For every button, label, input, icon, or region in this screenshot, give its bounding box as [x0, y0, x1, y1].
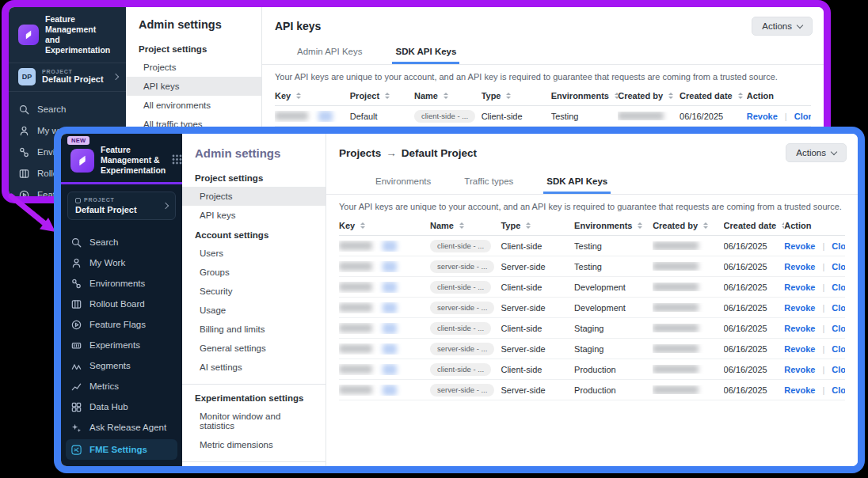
sidebar-item-my-work[interactable]: My Work	[61, 252, 182, 273]
admin-nav-item[interactable]: API keys	[182, 206, 326, 225]
clone-link[interactable]: Clone	[832, 365, 845, 374]
admin-nav-item[interactable]: Groups	[182, 263, 326, 282]
key-name-pill[interactable]: server-side - ...	[430, 260, 494, 273]
column-header-name[interactable]: Name	[430, 221, 501, 230]
column-header-created-by[interactable]: Created by	[653, 221, 723, 230]
key-name-pill[interactable]: client-side - ...	[430, 363, 491, 376]
revoke-link[interactable]: Revoke	[784, 262, 815, 271]
copy-key-icon[interactable]	[383, 385, 397, 396]
tab[interactable]: Admin API Keys	[294, 42, 365, 64]
revoke-link[interactable]: Revoke	[784, 283, 815, 292]
revoke-link[interactable]: Revoke	[784, 344, 815, 354]
key-name-pill[interactable]: client-side - ...	[430, 281, 491, 294]
column-header-type[interactable]: Type	[482, 91, 551, 101]
column-label: Created date	[680, 91, 733, 101]
copy-key-icon[interactable]	[383, 241, 397, 252]
column-label: Type	[482, 91, 501, 101]
front-project-selector[interactable]: PROJECT Default Project	[67, 192, 176, 220]
clone-link[interactable]: Clone	[832, 344, 845, 354]
sidebar-item-metrics[interactable]: Metrics	[61, 376, 182, 396]
admin-nav-item[interactable]: Users	[182, 244, 326, 263]
column-header-type[interactable]: Type	[501, 221, 574, 230]
key-cell	[275, 111, 350, 122]
admin-settings-title: Admin settings	[126, 17, 261, 39]
admin-nav-item[interactable]: Projects	[182, 187, 326, 206]
column-header-created-date[interactable]: Created date	[724, 221, 785, 230]
clone-link[interactable]: Clone	[832, 262, 845, 271]
sidebar-item-fme-settings[interactable]: FME Settings	[66, 439, 177, 460]
admin-nav-item[interactable]: Security	[182, 282, 326, 301]
revoke-link[interactable]: Revoke	[784, 385, 815, 395]
admin-nav-item[interactable]: AI settings	[182, 358, 326, 377]
clone-link[interactable]: Clone	[832, 283, 845, 292]
sidebar-item-feature-flags[interactable]: Feature Flags	[61, 314, 182, 335]
key-name-pill[interactable]: server-side - ...	[430, 384, 494, 396]
tab[interactable]: Traffic types	[461, 172, 516, 194]
tab[interactable]: SDK API Keys	[543, 172, 611, 194]
back-project-selector[interactable]: DP PROJECT Default Project	[9, 63, 126, 92]
actions-button[interactable]: Actions	[786, 143, 847, 162]
revoke-link[interactable]: Revoke	[784, 324, 815, 333]
clone-link[interactable]: Clone	[832, 303, 845, 313]
column-header-name[interactable]: Name	[414, 91, 482, 101]
sidebar-item-data-hub[interactable]: Data Hub	[61, 396, 182, 417]
created-date-cell: 06/16/2025	[724, 241, 785, 251]
column-header-environments[interactable]: Environments	[551, 91, 619, 101]
revoke-link[interactable]: Revoke	[784, 241, 815, 251]
copy-key-icon[interactable]	[318, 111, 333, 122]
sidebar-item-search[interactable]: Search	[9, 99, 126, 120]
copy-key-icon[interactable]	[383, 343, 397, 355]
sidebar-item-segments[interactable]: Segments	[61, 355, 182, 376]
breadcrumb-root[interactable]: Projects	[339, 147, 381, 159]
key-name-pill[interactable]: client-side - ...	[414, 110, 475, 123]
column-header-project[interactable]: Project	[350, 91, 414, 101]
column-header-key[interactable]: Key	[275, 91, 350, 101]
sidebar-item-environments[interactable]: Environments	[61, 273, 182, 294]
tab[interactable]: Environments	[372, 172, 434, 194]
key-name-pill[interactable]: server-side - ...	[430, 302, 494, 314]
environments-cell: Testing	[574, 262, 653, 271]
admin-nav-item[interactable]: General settings	[182, 339, 326, 358]
clone-link[interactable]: Clone	[832, 385, 845, 395]
front-screenshot-window: NEW Feature Management & Experimentation…	[54, 127, 865, 473]
column-header-key[interactable]: Key	[339, 221, 430, 230]
copy-key-icon[interactable]	[383, 261, 397, 272]
copy-key-icon[interactable]	[383, 282, 397, 293]
key-name-pill[interactable]: client-side - ...	[430, 322, 491, 335]
project-icon	[75, 198, 81, 203]
clone-link[interactable]: Clone	[832, 324, 845, 333]
sidebar-item-ask-release-agent[interactable]: Ask Release Agent	[61, 417, 182, 438]
redacted-key	[339, 344, 372, 353]
environments-cell: Staging	[574, 324, 653, 333]
sidebar-item-search[interactable]: Search	[61, 232, 182, 252]
revoke-link[interactable]: Revoke	[784, 303, 815, 313]
admin-nav-item[interactable]: Metric dimensions	[182, 435, 326, 454]
front-brand-line2: Management &	[101, 155, 166, 165]
sidebar-item-rollout-board[interactable]: Rollout Board	[61, 294, 182, 314]
admin-nav-item[interactable]: All environments	[126, 96, 261, 115]
admin-nav-item[interactable]: Monitor window and statistics	[182, 407, 326, 435]
type-cell: Client-side	[501, 324, 574, 333]
clone-link[interactable]: Clone	[794, 112, 811, 121]
revoke-link[interactable]: Revoke	[784, 365, 815, 374]
admin-nav-item[interactable]: API keys	[126, 77, 261, 96]
app-switcher-grid-icon[interactable]	[172, 154, 182, 168]
column-header-created-by[interactable]: Created by	[618, 91, 680, 101]
copy-key-icon[interactable]	[383, 302, 397, 313]
tab[interactable]: SDK API Keys	[392, 42, 459, 64]
column-header-created-date[interactable]: Created date	[680, 91, 747, 101]
clone-link[interactable]: Clone	[832, 241, 845, 251]
key-name-pill[interactable]: server-side - ...	[430, 343, 494, 355]
column-header-environments[interactable]: Environments	[574, 221, 653, 230]
admin-nav-item[interactable]: Projects	[126, 58, 261, 77]
page-title: API keys	[275, 20, 321, 32]
sidebar-item-experiments[interactable]: Experiments	[61, 335, 182, 355]
revoke-link[interactable]: Revoke	[747, 112, 778, 121]
copy-key-icon[interactable]	[383, 323, 397, 334]
key-name-pill[interactable]: client-side - ...	[430, 240, 491, 252]
brand-accent-rule	[61, 182, 182, 184]
admin-nav-item[interactable]: Usage	[182, 301, 326, 320]
copy-key-icon[interactable]	[383, 364, 397, 375]
admin-nav-item[interactable]: Billing and limits	[182, 320, 326, 339]
actions-button[interactable]: Actions	[752, 17, 813, 36]
